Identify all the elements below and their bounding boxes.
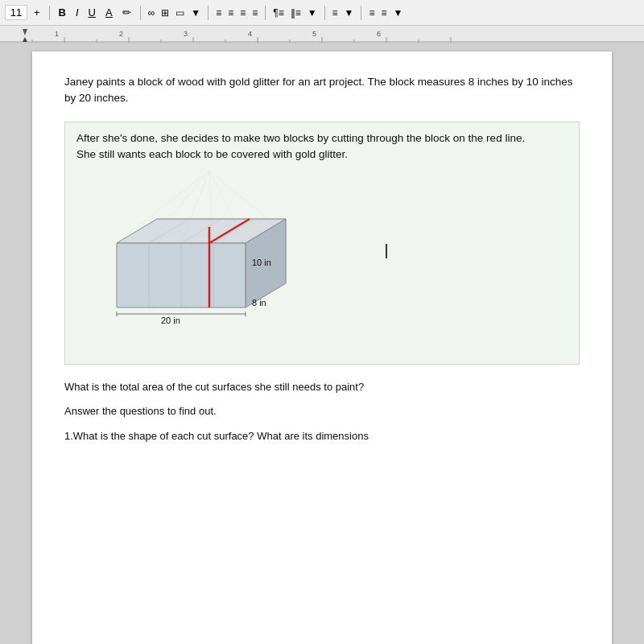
list-icon[interactable]: ≡ — [367, 6, 376, 19]
section-line2: She still wants each block to be covered… — [76, 147, 568, 163]
svg-text:5: 5 — [312, 30, 316, 38]
diagram-container: 10 in 8 in 20 in — [85, 171, 568, 348]
bold-button[interactable]: B — [56, 5, 69, 20]
ruler: 1 2 3 4 5 6 — [0, 26, 644, 43]
label-8in: 8 in — [252, 298, 266, 308]
align-center-icon[interactable]: ≡ — [226, 6, 235, 19]
font-size-input[interactable]: 11 — [5, 5, 27, 20]
infinity-icon[interactable]: ∞ — [147, 6, 157, 19]
separator-4 — [265, 6, 266, 20]
sub-question-1: 1.What is the shape of each cut surface?… — [64, 428, 580, 444]
svg-text:3: 3 — [184, 30, 188, 38]
outdent-dropdown-icon[interactable]: ▼ — [343, 6, 356, 19]
rect-icon[interactable]: ▭ — [174, 6, 186, 19]
label-20in: 20 in — [161, 316, 180, 325]
problem-text: Janey paints a block of wood with gold g… — [64, 74, 580, 107]
document-area: Janey paints a block of wood with gold g… — [0, 43, 644, 644]
indent-icon[interactable]: ≡ — [331, 6, 340, 19]
svg-marker-22 — [23, 37, 27, 42]
cursor-indicator — [382, 243, 387, 258]
toolbar: 11 + B I U A ✏ ∞ ⊞ ▭ ▼ ≡ ≡ ≡ ≡ ¶≡ ‖≡ ▼ ≡… — [0, 0, 644, 26]
grid-icon[interactable]: ⊞ — [159, 6, 171, 19]
add-button[interactable]: + — [31, 5, 43, 20]
extra-icon[interactable]: ▼ — [391, 6, 404, 19]
svg-text:6: 6 — [377, 30, 381, 38]
separator-2 — [140, 6, 141, 20]
align-left-icon[interactable]: ≡ — [214, 6, 223, 19]
separator-1 — [49, 6, 50, 20]
dropdown-icon[interactable]: ▼ — [189, 6, 202, 19]
section-line1: After she's done, she decides to make tw… — [76, 130, 568, 147]
page: Janey paints a block of wood with gold g… — [32, 52, 612, 644]
separator-5 — [324, 6, 325, 20]
underline-button[interactable]: U — [85, 5, 99, 20]
separator-3 — [208, 6, 208, 20]
answer-prompt-text: Answer the questions to find out. — [64, 405, 580, 417]
separator-6 — [361, 6, 361, 20]
svg-text:1: 1 — [55, 30, 59, 38]
svg-marker-1 — [23, 29, 27, 35]
label-10in: 10 in — [252, 258, 271, 267]
spacing-dropdown-icon[interactable]: ▼ — [306, 6, 319, 19]
align-justify-icon[interactable]: ≡ — [250, 6, 259, 19]
svg-text:2: 2 — [119, 30, 123, 38]
block-diagram: 10 in 8 in 20 in — [85, 171, 358, 348]
section-box: After she's done, she decides to make tw… — [64, 122, 580, 365]
question-text: What is the total area of the cut surfac… — [64, 379, 580, 395]
pencil-icon[interactable]: ✏ — [119, 5, 134, 20]
italic-button[interactable]: I — [72, 5, 82, 20]
col-spacing-icon[interactable]: ‖≡ — [289, 6, 303, 19]
align-right-icon[interactable]: ≡ — [238, 6, 247, 19]
underline-a-button[interactable]: A — [102, 5, 116, 20]
svg-text:4: 4 — [248, 30, 252, 38]
line-spacing-icon[interactable]: ¶≡ — [271, 6, 285, 19]
ruler-svg: 1 2 3 4 5 6 — [0, 26, 644, 43]
table-icon[interactable]: ≡ — [379, 6, 388, 19]
